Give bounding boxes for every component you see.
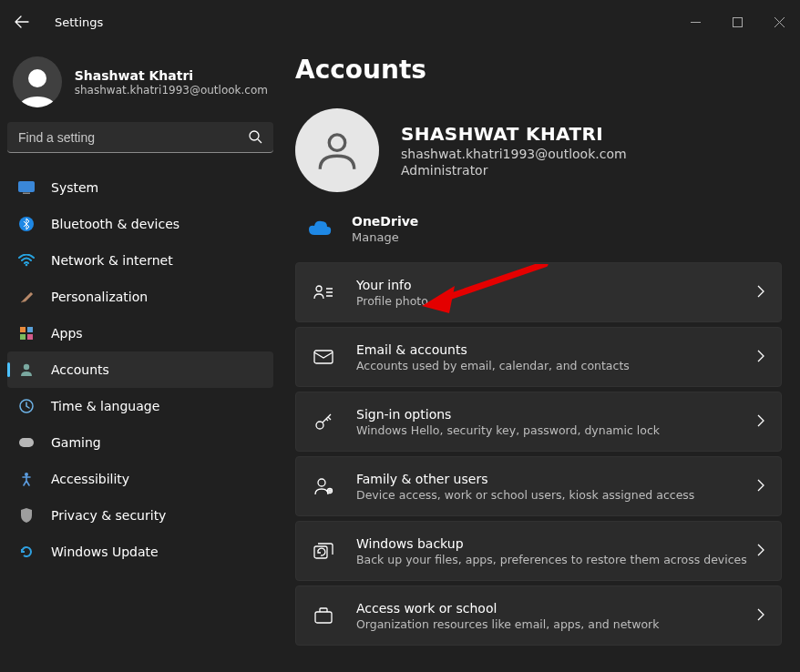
chevron-right-icon	[757, 479, 764, 494]
sidebar-item-accounts[interactable]: Accounts	[7, 351, 273, 388]
search-icon	[248, 129, 262, 147]
chevron-right-icon	[757, 608, 764, 624]
hero-role: Administrator	[401, 163, 627, 178]
hero-name: SHASHWAT KHATRI	[401, 123, 627, 145]
sidebar-item-personalization[interactable]: Personalization	[7, 279, 273, 315]
mail-icon	[313, 350, 334, 364]
sidebar-item-time[interactable]: Time & language	[7, 388, 273, 424]
window-controls	[674, 7, 800, 36]
sidebar-item-accessibility[interactable]: Accessibility	[7, 461, 273, 497]
svg-rect-17	[314, 351, 333, 363]
profile-name: Shashwat Khatri	[75, 68, 268, 83]
bluetooth-icon	[18, 217, 35, 231]
monitor-icon	[18, 181, 35, 194]
nav-label: Time & language	[51, 399, 159, 413]
svg-rect-22	[315, 612, 332, 623]
svg-rect-13	[19, 438, 34, 447]
card-subtitle: Back up your files, apps, preferences to…	[356, 553, 747, 566]
avatar-large-icon	[295, 108, 379, 192]
key-icon	[313, 412, 334, 432]
nav-label: Windows Update	[51, 545, 159, 559]
sidebar-profile[interactable]: Shashwat Khatri shashwat.khatri1993@outl…	[7, 51, 273, 122]
page-title: Accounts	[295, 55, 782, 85]
card-title: Family & other users	[356, 472, 694, 486]
card-title: Sign-in options	[356, 407, 660, 422]
card-title: Email & accounts	[356, 342, 630, 357]
card-title: Your info	[356, 278, 428, 292]
sidebar-item-bluetooth[interactable]: Bluetooth & devices	[7, 206, 273, 242]
card-work-school[interactable]: Access work or school Organization resou…	[295, 585, 782, 646]
nav-list: System Bluetooth & devices Network & int…	[7, 169, 273, 570]
nav-label: Accounts	[51, 362, 109, 377]
svg-point-11	[24, 364, 29, 370]
nav-label: Network & internet	[51, 253, 173, 268]
card-subtitle: Accounts used by email, calendar, and co…	[356, 359, 630, 372]
wifi-icon	[18, 254, 35, 267]
apps-icon	[18, 326, 35, 341]
svg-rect-9	[20, 334, 26, 340]
svg-rect-8	[27, 327, 33, 332]
minimize-button[interactable]	[674, 7, 716, 36]
svg-point-1	[28, 69, 46, 87]
card-sign-in-options[interactable]: Sign-in options Windows Hello, security …	[295, 392, 782, 452]
card-windows-backup[interactable]: Windows backup Back up your files, apps,…	[295, 521, 782, 581]
svg-point-15	[329, 135, 345, 151]
sidebar-item-update[interactable]: Windows Update	[7, 534, 273, 570]
nav-label: Apps	[51, 326, 83, 341]
person-card-icon	[313, 284, 334, 300]
account-hero: SHASHWAT KHATRI shashwat.khatri1993@outl…	[295, 108, 782, 192]
card-subtitle: Organization resources like email, apps,…	[356, 617, 660, 631]
backup-icon	[313, 543, 334, 559]
card-title: Access work or school	[356, 601, 660, 616]
sidebar-item-network[interactable]: Network & internet	[7, 242, 273, 279]
svg-point-2	[250, 131, 259, 140]
nav-label: Bluetooth & devices	[51, 217, 179, 231]
onedrive-row[interactable]: OneDrive Manage	[295, 214, 782, 262]
title-bar: Settings	[0, 0, 800, 44]
card-email-accounts[interactable]: Email & accounts Accounts used by email,…	[295, 327, 782, 387]
sidebar-item-privacy[interactable]: Privacy & security	[7, 497, 273, 534]
card-subtitle: Windows Hello, security key, password, d…	[356, 423, 660, 437]
chevron-right-icon	[757, 414, 764, 430]
search-input[interactable]	[7, 130, 273, 145]
onedrive-title: OneDrive	[352, 214, 418, 229]
gamepad-icon	[18, 437, 35, 448]
search-box[interactable]	[7, 122, 273, 153]
onedrive-cloud-icon	[308, 219, 332, 239]
card-subtitle: Device access, work or school users, kio…	[356, 488, 694, 502]
chevron-right-icon	[757, 285, 764, 300]
nav-label: Gaming	[51, 435, 101, 450]
sidebar-item-system[interactable]: System	[7, 169, 273, 206]
sidebar-item-apps[interactable]: Apps	[7, 315, 273, 351]
svg-point-19	[318, 479, 325, 486]
card-subtitle: Profile photo	[356, 294, 428, 308]
onedrive-sub: Manage	[352, 230, 418, 244]
svg-point-6	[26, 264, 28, 267]
nav-label: Personalization	[51, 290, 148, 304]
nav-label: Privacy & security	[51, 508, 166, 523]
avatar-icon	[13, 56, 62, 107]
sidebar-item-gaming[interactable]: Gaming	[7, 424, 273, 461]
svg-rect-10	[27, 334, 33, 340]
card-family-users[interactable]: Family & other users Device access, work…	[295, 456, 782, 516]
maximize-button[interactable]	[716, 7, 758, 36]
nav-label: System	[51, 180, 98, 195]
clock-icon	[18, 399, 35, 413]
card-your-info[interactable]: Your info Profile photo	[295, 262, 782, 322]
svg-point-18	[316, 422, 323, 429]
back-button[interactable]	[7, 7, 36, 36]
person-icon	[18, 362, 35, 377]
close-button[interactable]	[758, 7, 800, 36]
profile-email: shashwat.khatri1993@outlook.com	[75, 84, 268, 97]
chevron-right-icon	[757, 544, 764, 559]
hero-email: shashwat.khatri1993@outlook.com	[401, 147, 627, 161]
svg-point-16	[316, 286, 322, 291]
svg-rect-0	[733, 17, 742, 26]
svg-rect-3	[19, 182, 35, 192]
window-title: Settings	[55, 15, 103, 29]
paintbrush-icon	[18, 290, 35, 304]
update-icon	[18, 545, 35, 559]
accessibility-icon	[18, 472, 35, 486]
settings-cards: Your info Profile photo Email & accounts…	[295, 262, 782, 646]
chevron-right-icon	[757, 350, 764, 365]
